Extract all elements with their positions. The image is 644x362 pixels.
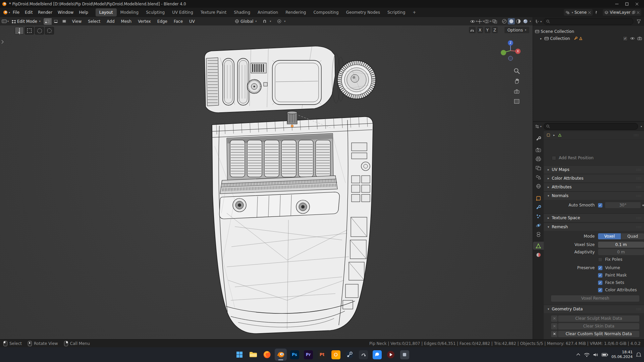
clear-custom-split-normals-button[interactable]: Clear Custom Split Normals Data <box>558 331 639 337</box>
panel-grip[interactable]: ∷∷ <box>636 307 641 311</box>
face-sets-checkbox[interactable]: ✓ <box>598 281 602 285</box>
object-breadcrumb-icon[interactable] <box>546 133 550 137</box>
properties-editor-icon[interactable]: ▾ <box>535 123 542 130</box>
select-mode-vertex[interactable] <box>44 18 52 25</box>
disable-render-camera-icon[interactable] <box>637 37 642 40</box>
zoom-tool-icon[interactable] <box>513 67 521 75</box>
maximize-button[interactable] <box>622 0 632 8</box>
tab-constraints[interactable] <box>533 230 544 238</box>
premiere-icon[interactable]: Pr <box>302 349 314 361</box>
panel-remesh[interactable]: ▾Remesh∷∷ <box>544 223 644 231</box>
voxel-size-slider[interactable]: 0.1 m <box>598 242 644 248</box>
start-button[interactable] <box>233 349 246 361</box>
panel-grip[interactable]: ∷∷ <box>636 194 641 198</box>
menu-select[interactable]: Select <box>85 18 103 25</box>
panel-texture-space[interactable]: ▸Texture Space∷∷ <box>544 214 644 222</box>
panel-attributes[interactable]: ▸Attributes∷∷ <box>544 183 644 191</box>
breadcrumb-grip[interactable]: ∷∷ <box>634 133 639 137</box>
pan-hand-icon[interactable] <box>513 77 521 85</box>
menu-render[interactable]: Render <box>35 9 55 16</box>
panel-grip[interactable]: ∷∷ <box>636 225 641 229</box>
wifi-icon[interactable] <box>584 353 590 357</box>
workspace-tab-texture-paint[interactable]: Texture Paint <box>197 8 230 16</box>
proportional-falloff-dropdown[interactable]: ▾ <box>284 20 285 23</box>
adaptivity-slider[interactable]: 0 m <box>598 249 644 255</box>
mode-dropdown[interactable]: Edit Mode▾ <box>10 18 43 25</box>
photoshop-icon[interactable]: Ps <box>288 349 301 361</box>
menu-file[interactable]: File <box>10 9 22 16</box>
outliner-search-input[interactable] <box>544 18 633 25</box>
tab-material[interactable] <box>533 251 544 259</box>
add-rest-position-row[interactable]: Add Rest Position <box>544 154 644 162</box>
auto-smooth-checkbox[interactable]: ✓ <box>598 203 602 207</box>
voxel-remesh-button[interactable]: Voxel Remesh <box>551 295 639 302</box>
media-app-icon[interactable] <box>385 349 397 361</box>
overlays-toggle-icon[interactable]: ▾ <box>484 18 491 25</box>
shading-wireframe-icon[interactable] <box>501 18 508 24</box>
xray-toggle-icon[interactable] <box>491 18 498 25</box>
gizmo-negative-z[interactable] <box>508 56 513 61</box>
menu-edit[interactable]: Edit <box>22 9 35 16</box>
transform-orientation-dropdown[interactable]: Global▾ <box>235 19 257 24</box>
navigation-gizmo[interactable]: Z X <box>498 39 523 63</box>
menu-mesh[interactable]: Mesh <box>118 18 135 25</box>
rest-position-checkbox[interactable] <box>552 156 556 160</box>
menu-view[interactable]: View <box>69 18 84 25</box>
properties-search-input[interactable] <box>544 123 638 130</box>
panel-uv-maps[interactable]: ▸UV Maps∷∷ <box>544 165 644 174</box>
hide-eye-icon[interactable] <box>630 37 635 40</box>
unlink-scene-icon[interactable] <box>588 11 591 14</box>
clear-sculpt-mask-button[interactable]: Clear Sculpt Mask Data <box>558 315 639 322</box>
auto-smooth-angle-slider[interactable]: 30° <box>605 202 641 208</box>
viewport-3d[interactable]: ▾ Edit Mode▾ View Select Add Mesh Vertex… <box>0 17 533 339</box>
menu-edge[interactable]: Edge <box>155 18 170 25</box>
panel-geometry-data[interactable]: ▾Geometry Data∷∷ <box>544 305 644 313</box>
tab-modifiers[interactable] <box>533 203 544 211</box>
tab-output[interactable] <box>533 155 544 163</box>
copy-view-layer-icon[interactable] <box>632 11 635 14</box>
clock[interactable]: 18:41 05.06.2024 <box>611 350 633 359</box>
outliner-row-collection[interactable]: ▸ Collection ✓ <box>533 35 644 42</box>
menu-window[interactable]: Window <box>55 9 76 16</box>
sculpt-x-icon[interactable] <box>551 315 557 322</box>
panel-grip[interactable]: ∷∷ <box>636 216 641 220</box>
shading-material-icon[interactable] <box>515 18 522 24</box>
misc-app-icon[interactable] <box>398 349 411 361</box>
menu-add[interactable]: Add <box>104 18 117 25</box>
mesh-breadcrumb-icon[interactable] <box>558 133 562 137</box>
ortho-grid-icon[interactable] <box>513 98 521 105</box>
tab-particles[interactable] <box>533 212 544 220</box>
camera-view-icon[interactable] <box>513 88 521 95</box>
snap-magnet-icon[interactable] <box>261 18 268 25</box>
select-mode-face[interactable] <box>60 18 68 25</box>
volume-icon[interactable] <box>593 353 598 357</box>
custom-normals-x-icon[interactable] <box>551 331 557 337</box>
close-button[interactable] <box>632 0 642 8</box>
paint-mask-checkbox[interactable]: ✓ <box>598 273 602 278</box>
minimize-button[interactable] <box>612 0 622 8</box>
scene-selector[interactable]: ▾ Scene <box>564 9 593 16</box>
fix-poles-checkbox[interactable] <box>598 257 602 262</box>
tab-physics[interactable] <box>533 221 544 229</box>
tab-render[interactable] <box>533 146 544 154</box>
file-explorer-icon[interactable] <box>247 349 259 361</box>
tab-world[interactable] <box>533 182 544 190</box>
add-workspace-button[interactable]: + <box>409 8 420 16</box>
gizmo-y-axis[interactable] <box>501 50 506 55</box>
workspace-tab-compositing[interactable]: Compositing <box>310 8 342 16</box>
blender-menu-icon[interactable]: ▾ <box>3 9 10 16</box>
outliner-row-scene-collection[interactable]: Scene Collection <box>533 28 644 35</box>
orange-app-icon[interactable] <box>330 349 342 361</box>
select-mode-edge[interactable] <box>52 18 60 25</box>
mode-voxel-button[interactable]: Voxel <box>598 233 621 239</box>
battery-icon[interactable] <box>601 353 608 357</box>
tab-view-layer[interactable] <box>533 164 544 172</box>
painter-icon[interactable]: Pt <box>316 349 328 361</box>
remove-view-layer-icon[interactable] <box>637 11 640 14</box>
workspace-tab-rendering[interactable]: Rendering <box>282 8 310 16</box>
menu-vertex[interactable]: Vertex <box>135 18 154 25</box>
gizmos-toggle-icon[interactable]: ▾ <box>477 18 484 25</box>
view-layer-selector[interactable]: ViewLayer <box>603 9 641 16</box>
outliner-editor-icon[interactable]: ▾ <box>535 18 542 25</box>
workspace-tab-geometry-nodes[interactable]: Geometry Nodes <box>342 8 384 16</box>
